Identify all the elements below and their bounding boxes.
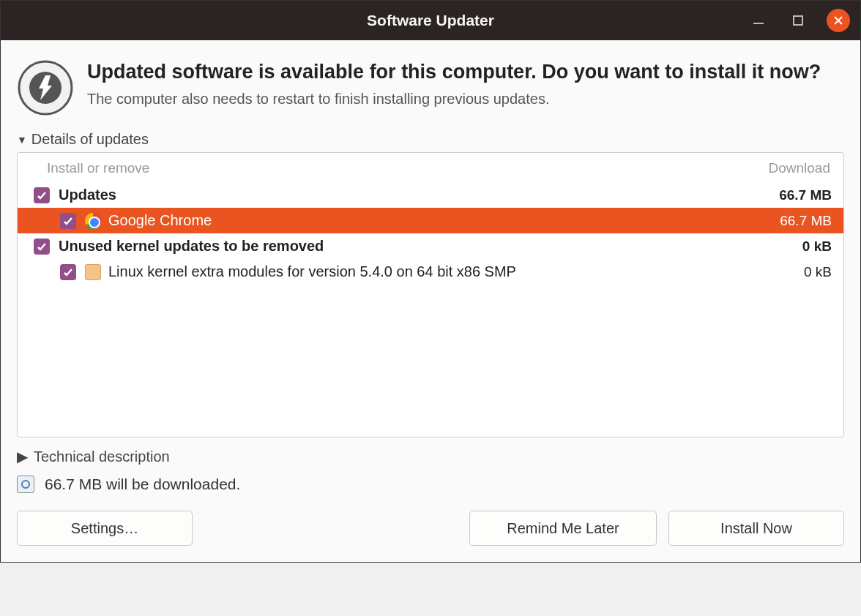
content-area: Updated software is available for this c… (1, 40, 860, 562)
check-icon (37, 190, 47, 200)
triangle-down-icon: ▼ (17, 134, 27, 146)
group-size: 0 kB (802, 238, 832, 255)
maximize-button[interactable] (787, 10, 809, 31)
checkbox[interactable] (60, 213, 76, 229)
download-icon (17, 476, 34, 493)
list-header: Install or remove Download (18, 153, 843, 182)
triangle-right-icon: ▶ (17, 448, 28, 465)
chrome-icon (85, 213, 101, 229)
technical-description-expander[interactable]: ▶ Technical description (17, 448, 844, 465)
update-item-row[interactable]: Google Chrome 66.7 MB (18, 208, 843, 233)
minimize-button[interactable] (748, 10, 769, 31)
check-icon (63, 267, 73, 277)
subheading: The computer also needs to restart to fi… (87, 91, 821, 108)
details-expander[interactable]: ▼ Details of updates (17, 131, 844, 148)
item-label: Linux kernel extra modules for version 5… (108, 263, 516, 280)
window-controls (748, 9, 850, 32)
check-icon (63, 216, 73, 226)
checkbox[interactable] (34, 187, 50, 203)
settings-button-label: Settings… (71, 520, 138, 537)
group-label: Updates (59, 187, 116, 203)
checkbox[interactable] (34, 238, 50, 255)
details-expander-label: Details of updates (31, 131, 149, 148)
remind-button-label: Remind Me Later (507, 520, 619, 537)
settings-button[interactable]: Settings… (17, 511, 193, 546)
group-label: Unused kernel updates to be removed (59, 238, 324, 255)
minimize-icon (752, 14, 765, 27)
col-download-label: Download (769, 160, 831, 176)
svg-point-7 (22, 481, 29, 488)
item-size: 0 kB (804, 264, 832, 280)
remind-me-later-button[interactable]: Remind Me Later (469, 511, 657, 546)
update-list: Install or remove Download Updates 66.7 … (17, 152, 844, 437)
check-icon (37, 241, 47, 252)
install-button-label: Install Now (720, 520, 792, 537)
close-icon (833, 15, 843, 26)
titlebar: Software Updater (1, 1, 860, 40)
update-group-row[interactable]: Unused kernel updates to be removed 0 kB (18, 233, 843, 259)
software-updater-window: Software Updater Updated sof (0, 0, 861, 563)
col-install-label: Install or remove (47, 160, 149, 176)
update-group-row[interactable]: Updates 66.7 MB (18, 182, 843, 208)
install-now-button[interactable]: Install Now (668, 511, 844, 546)
download-summary-row: 66.7 MB will be downloaded. (17, 476, 844, 493)
close-button[interactable] (827, 9, 850, 32)
item-size: 66.7 MB (780, 213, 832, 229)
software-updater-icon (17, 59, 74, 116)
svg-rect-1 (794, 16, 802, 25)
download-summary-text: 66.7 MB will be downloaded. (45, 476, 240, 493)
header-text: Updated software is available for this c… (87, 59, 821, 116)
group-size: 66.7 MB (779, 187, 832, 203)
checkbox[interactable] (60, 264, 76, 280)
header-row: Updated software is available for this c… (17, 59, 844, 116)
package-icon (85, 264, 101, 280)
heading: Updated software is available for this c… (87, 59, 821, 85)
update-item-row[interactable]: Linux kernel extra modules for version 5… (18, 259, 843, 285)
technical-description-label: Technical description (34, 448, 170, 465)
button-row: Settings… Remind Me Later Install Now (17, 511, 844, 546)
maximize-icon (792, 15, 804, 26)
window-title: Software Updater (367, 12, 494, 29)
item-label: Google Chrome (108, 212, 212, 229)
